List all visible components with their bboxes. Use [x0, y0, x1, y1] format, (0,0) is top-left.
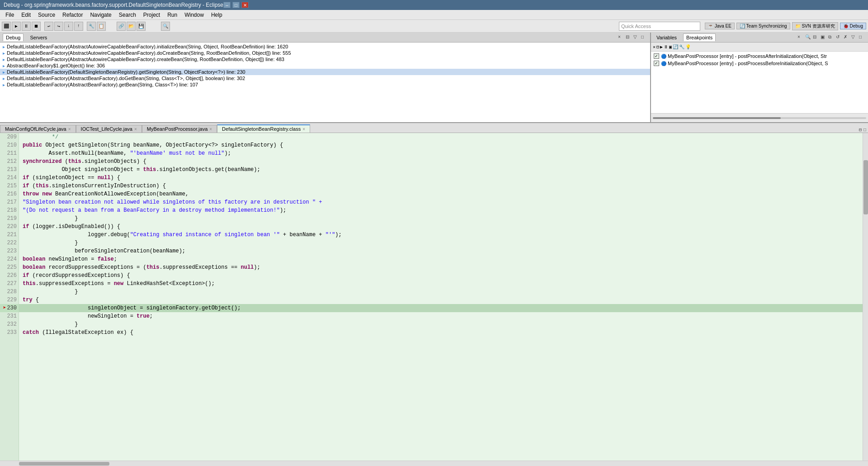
- tab-ioct-lifecycle[interactable]: IOCTest_LifeCycle.java ×: [76, 125, 142, 133]
- stack-item-4[interactable]: ▸ DefaultListableBeanFactory(DefaultSing…: [0, 69, 650, 75]
- perspective-svn[interactable]: 📁 SVN 资源库研究: [792, 22, 838, 30]
- code-line-221: logger.debug("Creating shared instance o…: [19, 231, 863, 239]
- menu-project[interactable]: Project: [140, 11, 164, 19]
- toolbar-btn-10[interactable]: 📋: [97, 22, 106, 31]
- toolbar-btn-9[interactable]: 🔧: [87, 22, 96, 31]
- toolbar-btn-4[interactable]: ⏹: [32, 22, 41, 31]
- menubar: File Edit Source Refactor Navigate Searc…: [0, 10, 868, 20]
- vertical-scrollbar[interactable]: [863, 133, 868, 461]
- menu-refactor[interactable]: Refactor: [59, 11, 86, 19]
- code-line-217: "Singleton bean creation not allowed whi…: [19, 198, 863, 206]
- tab-main-config[interactable]: MainConfigOfLifeCycle.java ×: [0, 125, 76, 133]
- minimize-button[interactable]: –: [223, 2, 231, 8]
- toolbar-btn-8[interactable]: ↑: [74, 22, 83, 31]
- menu-navigate[interactable]: Navigate: [86, 11, 115, 19]
- perspective-java-ee[interactable]: ☕ Java EE: [705, 23, 735, 29]
- toolbar-btn-5[interactable]: ↩: [44, 22, 53, 31]
- menu-source[interactable]: Source: [34, 11, 59, 19]
- linenum-216: 216: [0, 190, 19, 198]
- bp-toolbar-btn4[interactable]: ⏸: [664, 44, 668, 50]
- menu-run[interactable]: Run: [164, 11, 181, 19]
- bp-checkbox-1[interactable]: ✓: [654, 61, 659, 66]
- bp-item-1[interactable]: ✓ 🔵 MyBeanPostProcessor [entry] - postPr…: [652, 60, 867, 67]
- vars-panel-btn1[interactable]: ⊟: [813, 34, 819, 41]
- code-line-230: singletonObject = singletonFactory.getOb…: [19, 304, 863, 312]
- debug-panel-maximize[interactable]: □: [641, 34, 647, 41]
- debug-panel-minimize[interactable]: ⊟: [626, 34, 632, 41]
- vars-panel-bottom: [651, 113, 868, 122]
- bp-toolbar-btn7[interactable]: 🔧: [679, 44, 684, 50]
- tab-mybean-label: MyBeanPostProcessor.java: [147, 126, 208, 132]
- toolbar-btn-6[interactable]: ↪: [54, 22, 63, 31]
- bp-checkbox-0[interactable]: ✓: [654, 53, 659, 59]
- vars-panel-btn4[interactable]: ↺: [836, 34, 842, 41]
- tab-ctrl-minimize[interactable]: ⊟: [859, 127, 862, 133]
- bp-toolbar-btn1[interactable]: ✕: [653, 44, 656, 50]
- breakpoints-list: ✓ 🔵 MyBeanPostProcessor [entry] - postPr…: [651, 52, 868, 113]
- stack-item-3[interactable]: ▸ AbstractBeanFactory$1.getObject() line…: [0, 62, 650, 69]
- tab-mybean-close[interactable]: ×: [209, 127, 212, 132]
- tab-mybean[interactable]: MyBeanPostProcessor.java ×: [142, 125, 217, 133]
- menu-edit[interactable]: Edit: [18, 11, 34, 19]
- stack-item-1[interactable]: ▸ DefaultListableBeanFactory(AbstractAut…: [0, 50, 650, 56]
- tab-main-config-close[interactable]: ×: [68, 127, 71, 132]
- toolbar-btn-3[interactable]: ⏸: [22, 22, 31, 31]
- tab-breakpoints[interactable]: Breakpoints: [683, 33, 716, 41]
- tab-default-singleton-label: DefaultSingletonBeanRegistry.class: [222, 126, 301, 132]
- vars-panel-maximize[interactable]: □: [859, 34, 865, 41]
- scroll-thumb[interactable]: [863, 160, 868, 214]
- code-line-225: boolean recordSuppressedExceptions = (th…: [19, 263, 863, 271]
- bp-toolbar-btn3[interactable]: ▶: [660, 44, 663, 50]
- code-editor: 209 210 211 212 213 214 215 216 217 218 …: [0, 133, 868, 461]
- stack-item-5[interactable]: ▸ DefaultListableBeanFactory(AbstractBea…: [0, 75, 650, 81]
- bp-toolbar-btn5[interactable]: ▣: [669, 44, 672, 50]
- debug-panel-close[interactable]: ×: [618, 34, 624, 41]
- toolbar-btn-2[interactable]: ▶: [12, 22, 21, 31]
- stack-item-0[interactable]: ▸ DefaultListableBeanFactory(AbstractAut…: [0, 43, 650, 50]
- tab-variables[interactable]: Variables: [654, 34, 679, 41]
- toolbar-btn-11[interactable]: 🔗: [117, 22, 126, 31]
- tab-default-singleton-close[interactable]: ×: [302, 127, 305, 132]
- bp-item-0[interactable]: ✓ 🔵 MyBeanPostProcessor [entry] - postPr…: [652, 52, 867, 60]
- perspective-team[interactable]: 🔄 Team Synchronizing: [736, 23, 790, 29]
- perspective-debug[interactable]: 🐞 Debug: [840, 23, 866, 29]
- toolbar-btn-13[interactable]: 💾: [137, 22, 146, 31]
- editor-area: MainConfigOfLifeCycle.java × IOCTest_Lif…: [0, 123, 868, 466]
- linenum-215: 215: [0, 182, 19, 190]
- editor-tabs: MainConfigOfLifeCycle.java × IOCTest_Lif…: [0, 123, 868, 133]
- vars-panel-close[interactable]: ×: [797, 34, 804, 41]
- vars-panel-search[interactable]: 🔍: [805, 34, 811, 41]
- vars-panel-btn3[interactable]: ⧉: [828, 34, 835, 41]
- tab-debug[interactable]: Debug: [3, 33, 24, 41]
- vars-panel-btn5[interactable]: ✗: [844, 34, 850, 41]
- menu-search[interactable]: Search: [115, 11, 140, 19]
- close-button[interactable]: ✕: [241, 2, 249, 8]
- tab-ioct-lifecycle-close[interactable]: ×: [134, 127, 137, 132]
- toolbar-btn-1[interactable]: ⬛: [2, 22, 11, 31]
- maximize-button[interactable]: □: [232, 2, 240, 8]
- quick-access-input[interactable]: Quick Access: [619, 22, 700, 31]
- linenum-222: 222: [0, 239, 19, 247]
- toolbar-btn-7[interactable]: ↓: [64, 22, 73, 31]
- tab-ctrl-maximize[interactable]: □: [863, 128, 866, 133]
- vars-panel-dropdown[interactable]: ▽: [851, 34, 858, 41]
- toolbar-btn-12[interactable]: 📂: [127, 22, 136, 31]
- vars-slider[interactable]: [653, 117, 866, 119]
- code-line-220: if (logger.isDebugEnabled()) {: [19, 223, 863, 231]
- tab-default-singleton[interactable]: DefaultSingletonBeanRegistry.class ×: [217, 124, 310, 133]
- bp-toolbar-btn8[interactable]: 💡: [685, 44, 691, 50]
- linenum-229: 229: [0, 296, 19, 304]
- menu-help[interactable]: Help: [208, 11, 226, 19]
- stack-item-2[interactable]: ▸ DefaultListableBeanFactory(AbstractAut…: [0, 56, 650, 62]
- menu-window[interactable]: Window: [181, 11, 208, 19]
- vars-panel-btn2[interactable]: ▣: [821, 34, 827, 41]
- menu-file[interactable]: File: [2, 11, 18, 19]
- hscroll-thumb[interactable]: [19, 462, 109, 466]
- stack-item-6[interactable]: ▸ DefaultListableBeanFactory(AbstractBea…: [0, 81, 650, 88]
- horizontal-scrollbar[interactable]: [0, 461, 868, 466]
- tab-servers[interactable]: Servers: [27, 34, 50, 41]
- bp-toolbar-btn6[interactable]: 🔄: [673, 44, 678, 50]
- bp-toolbar-btn2[interactable]: ⊟: [656, 44, 659, 50]
- debug-panel-dropdown[interactable]: ▽: [633, 34, 640, 41]
- toolbar-btn-14[interactable]: 🔍: [161, 22, 170, 31]
